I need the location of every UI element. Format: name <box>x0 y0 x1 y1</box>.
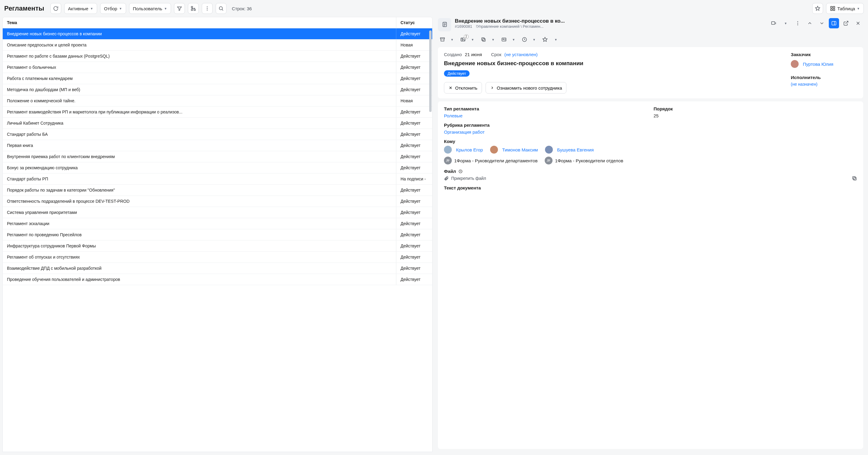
filter-active-label: Активные <box>68 6 88 11</box>
filter-user[interactable]: Пользователь ▼ <box>129 3 171 14</box>
hierarchy-button[interactable] <box>188 3 199 14</box>
cell-status: Действует <box>396 185 432 195</box>
filter-selection[interactable]: Отбор ▼ <box>100 3 126 14</box>
table-row[interactable]: Регламент по проведению ПресейловДейству… <box>3 229 432 240</box>
table-row[interactable]: Внедрение новых бизнес-процессов в компа… <box>3 28 432 39</box>
svg-rect-22 <box>502 38 506 41</box>
detail-title: Внедрение новых бизнес-процессов в ко... <box>455 18 765 24</box>
row-count: Строк: 36 <box>232 6 252 11</box>
refresh-button[interactable] <box>50 3 61 14</box>
table-row[interactable]: Регламент по работе с базами данных (Pos… <box>3 51 432 62</box>
file-label: Файл <box>444 169 857 174</box>
copy-button[interactable] <box>479 35 488 44</box>
table-row[interactable]: Внутренняя приемка работ по клиентским в… <box>3 151 432 162</box>
table-row[interactable]: Порядок работы по задачам в категории "О… <box>3 185 432 196</box>
table-row[interactable]: Регламент эскалацииДействует <box>3 218 432 229</box>
profile-button[interactable] <box>499 35 508 44</box>
order-value: 25 <box>654 113 857 118</box>
svg-rect-18 <box>461 38 465 41</box>
expand-icon[interactable] <box>852 176 857 181</box>
table-row[interactable]: Регламент взаимодействия РП и маркетолог… <box>3 107 432 118</box>
refresh-icon <box>53 6 59 11</box>
type-value[interactable]: Ролевые <box>444 113 648 118</box>
col-topic[interactable]: Тема <box>3 17 396 28</box>
table-row[interactable]: Описание предпосылок и целей проектаНова… <box>3 39 432 51</box>
more-button[interactable] <box>202 3 213 14</box>
table-row[interactable]: Первая книгаДействует <box>3 140 432 151</box>
table-row[interactable]: Ответственность подразделений в процессе… <box>3 196 432 207</box>
copy-chevron[interactable]: ▼ <box>489 35 498 44</box>
close-icon <box>855 21 861 26</box>
nav-up-button[interactable] <box>805 18 815 28</box>
side-panel-toggle[interactable] <box>829 18 839 28</box>
view-label: Таблица <box>837 6 855 11</box>
table-row[interactable]: Работа с платежным календаремДействует <box>3 73 432 84</box>
table-row[interactable]: Система управления приоритетамиДействует <box>3 207 432 218</box>
favorite-button[interactable] <box>812 3 823 14</box>
person-chip[interactable]: Бушуева Евгения <box>545 146 593 154</box>
present-icon <box>771 21 776 26</box>
person-chip[interactable]: Крылов Егор <box>444 146 483 154</box>
executor-value[interactable]: (не назначен) <box>791 82 857 87</box>
attachments-chevron[interactable]: ▼ <box>468 35 477 44</box>
svg-point-4 <box>207 8 208 9</box>
type-label: Тип регламента <box>444 106 648 111</box>
search-button[interactable] <box>216 3 226 14</box>
table-row[interactable]: Стандарт работы РПНа подписи - <box>3 174 432 185</box>
group-chip[interactable]: 1Форма - Руководители отделов <box>545 157 623 164</box>
page-title: Регламенты <box>4 4 44 12</box>
archive-chevron[interactable]: ▼ <box>447 35 457 44</box>
detail-more-button[interactable] <box>793 18 803 28</box>
table-row[interactable]: Проведение обучения пользователей и адми… <box>3 274 432 285</box>
cell-topic: Регламент о больничных <box>3 62 396 73</box>
present-chevron[interactable]: ▼ <box>780 18 791 28</box>
cell-topic: Работа с платежным календарем <box>3 73 396 84</box>
archive-button[interactable] <box>438 35 447 44</box>
svg-rect-7 <box>831 6 832 8</box>
group-chip[interactable]: 1Форма - Руководители департаментов <box>444 157 537 164</box>
svg-point-19 <box>462 39 463 39</box>
view-switcher[interactable]: Таблица ▼ <box>826 3 864 14</box>
table-row[interactable]: Бонус за рекомендацию сотрудникаДействуе… <box>3 162 432 174</box>
cell-topic: Стандарт работы РП <box>3 174 396 184</box>
filter-active[interactable]: Активные ▼ <box>64 3 97 14</box>
svg-rect-1 <box>194 9 195 10</box>
deadline-label: Срок <box>491 52 501 57</box>
table-row[interactable]: Стандарт работы БАДействует <box>3 129 432 140</box>
star-button[interactable] <box>540 35 550 44</box>
table-row[interactable]: Инфраструктура сотрудников Первой ФормыД… <box>3 240 432 252</box>
trailing-chevron[interactable]: ▼ <box>551 35 560 44</box>
acquaint-button[interactable]: Ознакомить нового сотрудника <box>486 82 567 94</box>
cell-topic: Стандарт работы БА <box>3 129 396 140</box>
table-row[interactable]: Положение о коммерческой тайне.Новая <box>3 95 432 107</box>
table-row[interactable]: Личный Кабинет СотрудникаДействует <box>3 118 432 129</box>
external-link-button[interactable] <box>841 18 851 28</box>
svg-rect-2 <box>191 9 193 10</box>
cell-topic: Первая книга <box>3 140 396 151</box>
table-row[interactable]: Регламент об отпусках и отсутствияхДейст… <box>3 252 432 263</box>
profile-chevron[interactable]: ▼ <box>509 35 518 44</box>
attach-file-button[interactable]: Прикрепить файл <box>444 176 486 181</box>
rubric-value[interactable]: Организация работ <box>444 129 857 134</box>
svg-rect-0 <box>191 6 193 8</box>
close-detail-button[interactable] <box>853 18 863 28</box>
nav-down-button[interactable] <box>817 18 827 28</box>
funnel-button[interactable] <box>174 3 185 14</box>
table-row[interactable]: Методичка по дашбордам (МП и веб)Действу… <box>3 84 432 95</box>
customer-name[interactable]: Пуртова Юлия <box>803 62 833 67</box>
scrollbar[interactable] <box>429 30 432 449</box>
table-row[interactable]: Регламент о больничныхДействует <box>3 62 432 73</box>
present-layout-button[interactable] <box>769 18 779 28</box>
created-value: 21 июня <box>465 52 482 57</box>
history-chevron[interactable]: ▼ <box>530 35 539 44</box>
history-button[interactable] <box>520 35 529 44</box>
cell-status: Действует <box>396 140 432 151</box>
deadline-value[interactable]: (не установлен) <box>504 52 537 57</box>
cell-topic: Положение о коммерческой тайне. <box>3 95 396 106</box>
person-chip[interactable]: Тимонов Максим <box>490 146 538 154</box>
reject-button[interactable]: Отклонить <box>444 82 482 94</box>
svg-rect-20 <box>483 39 485 41</box>
col-status[interactable]: Статус <box>396 17 432 28</box>
table-row[interactable]: Взаимодействие ДПД с мобильной разработк… <box>3 263 432 274</box>
group-icon <box>545 157 553 164</box>
